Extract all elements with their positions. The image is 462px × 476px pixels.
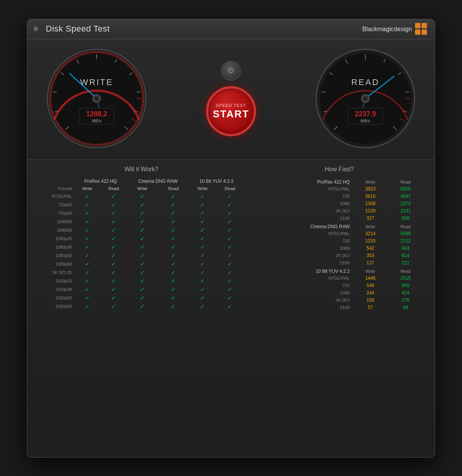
- check-cell: ✓: [158, 217, 189, 226]
- start-button[interactable]: SPEED TEST START: [206, 86, 256, 136]
- check-cell: ✓: [216, 302, 244, 311]
- table-row: 1080i60✓✓✓✓✓✓: [39, 226, 244, 234]
- check-cell: ✓: [100, 260, 127, 268]
- checkmark-icon: ✓: [171, 303, 176, 309]
- check-cell: ✓: [100, 200, 127, 209]
- row-format-label: 2K DCI 25: [39, 268, 74, 277]
- app-title: Disk Speed Test: [46, 24, 110, 34]
- col-yuv-read: Read: [216, 185, 244, 192]
- checkmark-icon: ✓: [228, 261, 232, 267]
- check-cell: ✓: [74, 192, 100, 200]
- read-value: 5589: [388, 230, 423, 237]
- data-row: 1080 542 943: [255, 245, 423, 252]
- col-cdng-read: Read: [158, 185, 189, 192]
- check-cell: ✓: [189, 260, 216, 268]
- checkmark-icon: ✓: [228, 202, 232, 208]
- check-cell: ✓: [216, 243, 244, 251]
- check-cell: ✓: [127, 234, 158, 243]
- data-row: 2160 127 221: [255, 259, 423, 267]
- col-format-header: [39, 177, 74, 185]
- table-row: 1080p50✓✓✓✓✓✓: [39, 251, 244, 260]
- svg-text:1288.2: 1288.2: [86, 110, 107, 118]
- start-button-main-label: START: [213, 109, 249, 120]
- row-format-label: 2160p25: [39, 277, 74, 285]
- category-row: ProRes 422 HQ Write Read: [255, 177, 423, 185]
- checkmark-icon: ✓: [111, 193, 116, 199]
- read-value: 276: [388, 297, 423, 304]
- check-cell: ✓: [216, 234, 244, 243]
- checkmark-icon: ✓: [111, 269, 116, 276]
- write-value: 2615: [353, 193, 388, 200]
- table-row: 2160p60✓✓✓✓✓✓: [39, 302, 244, 311]
- write-value: 57: [353, 304, 388, 311]
- row-label: 720: [255, 282, 353, 289]
- col-prores-header: ProRes 422 HQ: [74, 177, 127, 185]
- close-button[interactable]: [33, 27, 38, 31]
- table-row: 2K DCI 25✓✓✓✓✓✓: [39, 268, 244, 277]
- read-value: 614: [388, 252, 423, 259]
- read-header: Read: [388, 222, 423, 230]
- checkmark-icon: ✓: [200, 278, 205, 284]
- checkmark-icon: ✓: [85, 303, 90, 309]
- row-label: 2K DCI: [255, 207, 353, 215]
- check-cell: ✓: [100, 226, 127, 234]
- checkmark-icon: ✓: [140, 295, 145, 301]
- check-cell: ✓: [189, 217, 216, 226]
- checkmark-icon: ✓: [171, 193, 176, 199]
- checkmark-icon: ✓: [228, 193, 232, 199]
- table-row: 2160p25✓✓✓✓✓✓: [39, 277, 244, 285]
- write-value: 1446: [353, 275, 388, 282]
- checkmark-icon: ✓: [85, 219, 90, 225]
- row-format-label: 1080p25: [39, 234, 74, 243]
- check-cell: ✓: [127, 277, 158, 285]
- checkmark-icon: ✓: [140, 278, 145, 284]
- data-row: NTSC/PAL 1446 2515: [255, 275, 423, 282]
- check-cell: ✓: [100, 209, 127, 217]
- checkmark-icon: ✓: [85, 295, 90, 301]
- checkmark-icon: ✓: [171, 244, 176, 250]
- row-format-label: 1080i60: [39, 226, 74, 234]
- check-cell: ✓: [158, 294, 189, 302]
- checkmark-icon: ✓: [200, 235, 205, 242]
- category-name: ProRes 422 HQ: [255, 177, 353, 185]
- check-cell: ✓: [100, 251, 127, 260]
- checkmark-icon: ✓: [200, 295, 205, 301]
- check-cell: ✓: [127, 209, 158, 217]
- checkmark-icon: ✓: [85, 235, 90, 242]
- read-value: 2273: [388, 200, 423, 207]
- start-button-top-label: SPEED TEST: [216, 103, 246, 109]
- checkmark-icon: ✓: [171, 261, 176, 267]
- checkmark-icon: ✓: [200, 244, 205, 250]
- table-row: 1080p60✓✓✓✓✓✓: [39, 260, 244, 268]
- row-label: 2K DCI: [255, 252, 353, 259]
- svg-point-46: [363, 97, 367, 100]
- check-cell: ✓: [216, 226, 244, 234]
- checkmark-icon: ✓: [171, 235, 176, 242]
- write-header: Write: [353, 267, 388, 275]
- check-cell: ✓: [100, 302, 127, 311]
- row-label: 2160: [255, 304, 353, 311]
- col-yuv-write: Write: [189, 185, 216, 192]
- data-row: 2K DCI 159 276: [255, 297, 423, 304]
- write-value: 159: [353, 297, 388, 304]
- brand-icon: [415, 23, 427, 35]
- check-cell: ✓: [100, 294, 127, 302]
- row-label: 2160: [255, 259, 353, 267]
- check-cell: ✓: [216, 285, 244, 294]
- col-prores-write: Write: [74, 185, 100, 192]
- table-row: 1080p25✓✓✓✓✓✓: [39, 234, 244, 243]
- checkmark-icon: ✓: [200, 261, 205, 267]
- svg-text:2237.9: 2237.9: [355, 110, 376, 118]
- checkmark-icon: ✓: [171, 286, 176, 292]
- read-value: 2122: [388, 237, 423, 245]
- write-value: 1220: [353, 237, 388, 245]
- checkmark-icon: ✓: [85, 286, 90, 292]
- col-cdng-write: Write: [127, 185, 158, 192]
- data-row: 720 549 955: [255, 282, 423, 289]
- row-label: NTSC/PAL: [255, 230, 353, 237]
- settings-button[interactable]: ⚙: [221, 61, 241, 81]
- check-cell: ✓: [127, 251, 158, 260]
- svg-text:MB/s: MB/s: [360, 119, 370, 123]
- table-row: 2160p50✓✓✓✓✓✓: [39, 294, 244, 302]
- check-cell: ✓: [216, 209, 244, 217]
